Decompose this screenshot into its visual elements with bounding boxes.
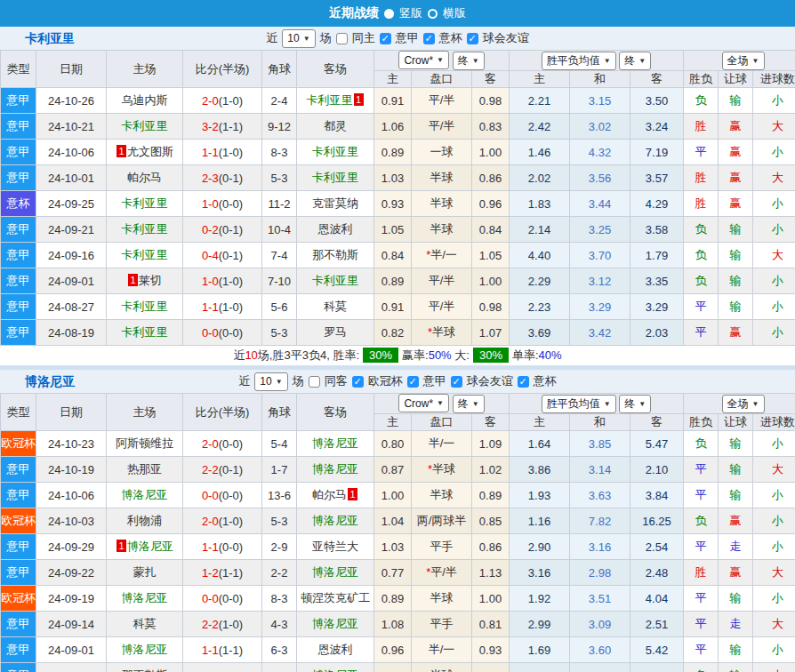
same-venue-label: 同客: [325, 373, 348, 389]
result-goals: 小: [753, 586, 795, 612]
odds-away: 0.96: [472, 191, 510, 217]
games-label: 场: [293, 373, 304, 389]
mean-home: 2.21: [510, 88, 570, 114]
handicap: 半/一: [412, 431, 472, 457]
recent-count-select[interactable]: 10▼: [282, 29, 315, 48]
mean-group-header: 胜平负均值▼ 终▼: [510, 394, 684, 414]
horizontal-radio[interactable]: [428, 9, 438, 19]
summary-segment: 40%: [539, 348, 562, 362]
recent-count-select[interactable]: 10▼: [254, 372, 287, 391]
half-score: (0-1): [219, 223, 243, 236]
same-venue-label: 同主: [352, 30, 375, 46]
result-handicap: 赢: [719, 560, 753, 586]
match-date: 24-09-01: [36, 637, 107, 663]
league-filter-checkbox[interactable]: ✓: [380, 33, 391, 44]
corners: 2-4: [262, 88, 297, 114]
league-type: 意甲: [1, 457, 36, 483]
summary-segment: 赢率:: [402, 348, 429, 362]
match-date: 24-10-01: [36, 165, 107, 191]
score: 0-4(0-1): [183, 243, 262, 268]
odds-time-select[interactable]: 终▼: [453, 395, 485, 413]
handicap: 一球: [412, 140, 472, 165]
column-header: 比分(半场): [183, 51, 262, 88]
result-goals: 小: [753, 534, 795, 560]
page-title: 近期战绩: [329, 5, 379, 21]
mean-draw: 3.29: [570, 294, 630, 320]
scope-select[interactable]: 全场▼: [722, 395, 765, 413]
mean-type-select[interactable]: 胜平负均值▼: [542, 395, 616, 413]
league-type: 意甲: [1, 88, 36, 114]
mean-type-select[interactable]: 胜平负均值▼: [542, 52, 616, 70]
result-goals: 小: [753, 268, 795, 294]
scope-select[interactable]: 全场▼: [722, 52, 765, 70]
score: 3-0(1-0): [183, 663, 262, 672]
odds-home: 0.87: [374, 457, 412, 483]
home-team: 卡利亚里: [107, 294, 183, 320]
full-score: 1-0: [202, 197, 219, 211]
mean-away: 2.51: [630, 612, 684, 637]
mean-draw: 3.25: [570, 217, 630, 243]
league-filter-checkbox[interactable]: ✓: [352, 376, 364, 388]
result-handicap: 输: [719, 431, 753, 457]
corners: 5-3: [262, 320, 297, 346]
result-goals: 小: [753, 508, 795, 534]
mean-draw: 7.82: [570, 508, 630, 534]
summary-segment: 30%: [473, 348, 509, 363]
mean-time-select-value: 终: [624, 53, 635, 68]
away-team: 博洛尼亚: [297, 663, 374, 672]
league-filter-checkbox[interactable]: ✓: [423, 33, 435, 44]
odds-away: 0.85: [472, 508, 510, 534]
half-score: (1-0): [219, 515, 243, 528]
result-wdl: 胜: [684, 114, 719, 140]
mean-away: 4.04: [630, 586, 684, 612]
mean-home: 2.90: [510, 534, 570, 560]
match-row: 意甲24-09-01博洛尼亚1-1(1-1)6-3恩波利0.96半/一0.931…: [1, 637, 795, 663]
mean-home: 1.83: [510, 191, 570, 217]
team-name-text: 克雷莫纳: [312, 196, 358, 210]
mean-away: 2.48: [630, 560, 684, 586]
away-team: 博洛尼亚: [297, 612, 374, 637]
result-handicap: 输: [719, 268, 753, 294]
mean-away: 5.42: [630, 637, 684, 663]
result-handicap: 输: [719, 586, 753, 612]
vertical-radio[interactable]: [384, 9, 394, 19]
league-filter-checkbox[interactable]: ✓: [451, 376, 462, 388]
league-filter-checkbox[interactable]: ✓: [518, 376, 529, 388]
header-row-1: 类型日期主场比分(半场)角球客场Crow*▼ 终▼胜平负均值▼ 终▼全场▼: [1, 51, 795, 71]
mean-time-select[interactable]: 终▼: [619, 52, 651, 70]
mean-home: 2.42: [510, 114, 570, 140]
score: 0-0(0-0): [183, 586, 262, 612]
same-venue-checkbox[interactable]: [336, 33, 348, 44]
league-filter-checkbox[interactable]: ✓: [467, 33, 478, 44]
sub-column-header: 客: [630, 414, 684, 431]
odds-source-select-value: Crow*: [404, 54, 433, 67]
sub-column-header: 让球: [719, 414, 753, 431]
mean-home: 3.69: [510, 320, 570, 346]
odds-source-select[interactable]: Crow*▼: [398, 51, 449, 69]
mean-home: 1.69: [510, 637, 570, 663]
mean-time-select[interactable]: 终▼: [619, 395, 651, 413]
odds-away: 0.86: [472, 534, 510, 560]
same-venue-checkbox[interactable]: [309, 376, 320, 388]
league-filter-label: 球会友谊: [467, 373, 513, 389]
away-team: 博洛尼亚: [297, 431, 374, 457]
team-name-text: 那不勒斯: [122, 668, 168, 672]
result-handicap: 赢: [719, 191, 753, 217]
corners: 9-12: [262, 114, 297, 140]
result-handicap: 输: [719, 88, 753, 114]
corners: 5-3: [262, 508, 297, 534]
odds-source-select[interactable]: Crow*▼: [398, 394, 449, 412]
team-name-text: 乌迪内斯: [122, 93, 168, 107]
full-score: 2-3: [202, 172, 219, 185]
team-name-text: 那不勒斯: [312, 248, 358, 261]
match-row: 意甲24-10-061尤文图斯1-1(1-0)8-3卡利亚里0.89一球1.00…: [1, 140, 795, 165]
league-filter-checkbox[interactable]: ✓: [407, 376, 419, 388]
half-score: (1-0): [219, 146, 243, 159]
matches-table: 类型日期主场比分(半场)角球客场Crow*▼ 终▼胜平负均值▼ 终▼全场▼主盘口…: [0, 393, 795, 672]
score: 2-0(1-0): [183, 88, 262, 114]
recent-label: 近: [266, 30, 277, 46]
half-score: (0-0): [219, 592, 243, 605]
odds-time-select[interactable]: 终▼: [453, 52, 485, 70]
half-score: (0-0): [219, 326, 243, 340]
handicap: *半/一: [412, 243, 472, 268]
